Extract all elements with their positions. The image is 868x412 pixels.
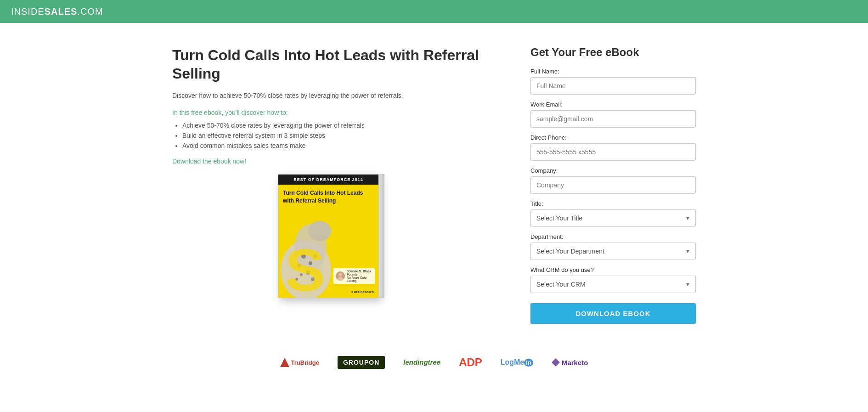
logo-sales: SALES xyxy=(45,6,78,17)
book-spine xyxy=(379,174,384,298)
book-banner: BEST OF DREAMFORCE 2014 xyxy=(278,175,378,185)
logo-com: .COM xyxy=(77,6,103,17)
crm-label: What CRM do you use? xyxy=(530,266,696,273)
logmein-label: LogMeIn xyxy=(501,358,533,366)
trubridge-label: TruBridge xyxy=(291,359,319,366)
department-select[interactable]: Select Your DepartmentSalesMarketingITFi… xyxy=(530,243,696,260)
author-name: Joanne S. Black xyxy=(347,270,372,273)
marketo-icon xyxy=(552,358,560,367)
cheetah-area: S xyxy=(278,206,343,298)
book-3d: BEST OF DREAMFORCE 2014 xyxy=(278,174,397,298)
adp-label: ADP xyxy=(459,356,482,368)
logo-groupon: GROUPON xyxy=(338,356,385,369)
download-ebook-button[interactable]: DOWNLOAD EBOOK xyxy=(530,303,696,324)
full-name-group: Full Name: xyxy=(530,68,696,95)
direct-phone-label: Direct Phone: xyxy=(530,134,696,141)
logo-trubridge: TruBridge xyxy=(280,358,319,367)
book-author-block: Joanne S. Black Founder No More Cold Cal… xyxy=(333,268,375,284)
crm-select[interactable]: Select Your CRMSalesforceHubSpotMicrosof… xyxy=(530,276,696,293)
author-photo xyxy=(336,271,345,281)
green-label: In this free ebook, you'll discover how … xyxy=(172,109,503,116)
department-select-wrapper: Select Your DepartmentSalesMarketingITFi… xyxy=(530,243,696,260)
full-name-label: Full Name: xyxy=(530,68,696,75)
book-image-area: BEST OF DREAMFORCE 2014 xyxy=(172,174,503,298)
bullet-item-2: Build an effective referral system in 3 … xyxy=(182,132,503,139)
title-select[interactable]: Select Your TitleCEOVPDirectorManagerInd… xyxy=(530,209,696,227)
book-title-overlay: Turn Cold Calls Into Hot Leads with Refe… xyxy=(283,189,374,205)
direct-phone-group: Direct Phone: xyxy=(530,134,696,161)
book-logo-bottom: ■ insidesales xyxy=(351,290,374,294)
company-input[interactable] xyxy=(530,176,696,194)
header: INSIDESALES.COM xyxy=(0,0,868,23)
book-yellow-bg: S Turn Cold Calls Into Hot Leads with Re… xyxy=(278,185,378,298)
full-name-input[interactable] xyxy=(530,77,696,95)
work-email-group: Work Email: xyxy=(530,101,696,128)
bullet-list: Achieve 50-70% close rates by leveraging… xyxy=(172,122,503,149)
crm-select-wrapper: Select Your CRMSalesforceHubSpotMicrosof… xyxy=(530,276,696,293)
logo-adp: ADP xyxy=(459,356,482,369)
crm-group: What CRM do you use? Select Your CRMSale… xyxy=(530,266,696,293)
logo-marketo: Marketo xyxy=(552,358,588,367)
book-face: BEST OF DREAMFORCE 2014 xyxy=(278,174,379,298)
svg-text:S: S xyxy=(285,237,325,298)
title-label: Title: xyxy=(530,200,696,207)
right-column: Get Your Free eBook Full Name: Work Emai… xyxy=(530,46,696,324)
lendingtree-label: lendingtree xyxy=(403,358,440,366)
author-title: Founder xyxy=(347,273,372,276)
author-company: No More Cold Calling xyxy=(347,276,372,282)
page-heading: Turn Cold Calls Into Hot Leads with Refe… xyxy=(172,46,503,83)
main-content: Turn Cold Calls Into Hot Leads with Refe… xyxy=(158,23,710,338)
svg-marker-15 xyxy=(280,358,289,367)
logo-lendingtree: lendingtree xyxy=(403,358,440,367)
cheetah-svg: S xyxy=(278,206,343,298)
logo-logmein: LogMeIn xyxy=(501,358,533,367)
svg-point-13 xyxy=(338,273,342,277)
marketo-label: Marketo xyxy=(562,359,588,367)
logo-inside: INSIDE xyxy=(11,6,45,17)
trubridge-icon xyxy=(280,358,289,367)
title-select-wrapper: Select Your TitleCEOVPDirectorManagerInd… xyxy=(530,209,696,227)
department-group: Department: Select Your DepartmentSalesM… xyxy=(530,233,696,260)
title-group: Title: Select Your TitleCEOVPDirectorMan… xyxy=(530,200,696,227)
left-column: Turn Cold Calls Into Hot Leads with Refe… xyxy=(172,46,503,324)
form-heading: Get Your Free eBook xyxy=(530,46,696,59)
bullet-item-1: Achieve 50-70% close rates by leveraging… xyxy=(182,122,503,129)
author-info: Joanne S. Black Founder No More Cold Cal… xyxy=(347,270,372,282)
book-title-text: Turn Cold Calls Into Hot Leads with Refe… xyxy=(283,189,374,205)
groupon-label: GROUPON xyxy=(343,359,379,366)
bullet-item-3: Avoid common mistakes sales teams make xyxy=(182,142,503,149)
site-logo: INSIDESALES.COM xyxy=(11,6,103,17)
intro-text: Discover how to achieve 50-70% close rat… xyxy=(172,91,503,101)
download-label: Download the ebook now! xyxy=(172,158,503,165)
work-email-input[interactable] xyxy=(530,110,696,128)
direct-phone-input[interactable] xyxy=(530,143,696,161)
company-label: Company: xyxy=(530,167,696,174)
company-group: Company: xyxy=(530,167,696,194)
work-email-label: Work Email: xyxy=(530,101,696,108)
logos-bar: TruBridge GROUPON lendingtree ADP LogMeI… xyxy=(158,347,710,387)
department-label: Department: xyxy=(530,233,696,240)
